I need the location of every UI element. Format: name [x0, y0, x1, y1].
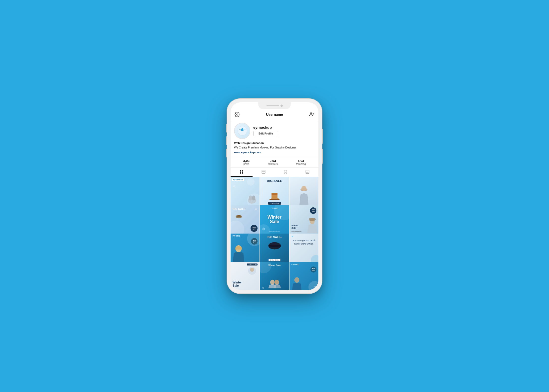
grid-cell-3[interactable]	[289, 177, 318, 206]
cell-7-promo: PROMO	[233, 235, 240, 237]
svg-rect-9	[242, 170, 243, 171]
cell-5-url: www.your-site.com	[269, 231, 280, 232]
cell-5-label: WinterSale	[268, 215, 281, 224]
cell-8-label: BIG SALE+	[268, 236, 281, 239]
ig-profile: WOMAN SPA NATURE eymockup Edit Profile	[231, 120, 318, 157]
phone-mockup: Username WOMAN SPA NATURE	[227, 99, 322, 293]
settings-icon[interactable]	[235, 112, 240, 117]
cell-10-date: 12 Dec - 15 Jan	[247, 263, 258, 265]
snowflake-deco: ❄	[233, 184, 236, 188]
svg-point-1	[310, 112, 312, 114]
cell-6-label: WinterSale	[291, 224, 298, 229]
bio-description: We Create Premium Mcokup For Graphic Des…	[234, 145, 315, 150]
grid-icon	[239, 170, 244, 174]
grid-cell-12[interactable]: PROMO 40%OFF ❄	[289, 262, 318, 290]
cell-12-promo: PROMO	[291, 263, 299, 265]
cell-1-tag: Winter Sale	[232, 178, 244, 181]
cell-6-url: www.yoursite.com	[291, 231, 301, 232]
grid-cell-11[interactable]: Winter Sale ❄	[260, 262, 289, 290]
profile-info: eymockup Edit Profile	[253, 125, 315, 136]
svg-point-14	[307, 171, 308, 172]
snowflake-deco-4: ❄	[255, 207, 258, 211]
bio-title: Web Design Education	[234, 141, 315, 145]
reels-icon	[261, 170, 266, 174]
woman-illustration	[296, 186, 312, 206]
svg-rect-10	[240, 172, 241, 174]
couple-illustration	[268, 279, 281, 289]
phone-speaker	[267, 105, 279, 106]
svg-point-16	[249, 195, 252, 200]
person-silhouette-12	[291, 277, 303, 290]
cell-11-label: Winter Sale	[269, 264, 281, 266]
bookmark-icon	[283, 170, 288, 174]
cell-9-quote: You can't get too much winter in the win…	[292, 239, 316, 245]
bio-link: www.eymockup.com	[234, 150, 315, 154]
svg-point-27	[250, 268, 254, 272]
gloves-illustration	[246, 192, 258, 205]
cell-12-badge: 40%OFF	[310, 266, 316, 272]
cell-5-promo: PROMO	[271, 207, 278, 209]
svg-rect-12	[262, 170, 265, 174]
avatar-logo-icon: WOMAN SPA NATURE	[237, 126, 247, 136]
boots-illustration	[269, 191, 280, 201]
snowflake-deco-5: ❄	[262, 227, 265, 231]
add-person-icon[interactable]	[309, 111, 314, 118]
tab-tagged[interactable]	[296, 168, 318, 177]
grid-cell-8[interactable]: BIG SALE+ 12 Dec - 15 Jan	[260, 234, 289, 262]
cell-2-date: 12 Dec - 15 Jan	[268, 202, 281, 205]
svg-point-0	[237, 114, 238, 115]
grid-cell-5[interactable]: PROMO WinterSale ❄ www.your-site.com	[260, 205, 289, 234]
grid-cell-7[interactable]: PROMO 40%OFF	[231, 234, 260, 262]
snowflake-deco-12: ❄	[313, 285, 316, 289]
grid-cell-1[interactable]: Winter Sale ❄	[231, 177, 260, 206]
avatar[interactable]: WOMAN SPA NATURE	[234, 123, 250, 139]
phone-camera	[280, 105, 283, 107]
profile-username: Username	[266, 113, 283, 117]
stat-following[interactable]: 6,03 following	[296, 159, 306, 165]
accessories-illustration	[233, 210, 245, 223]
svg-point-28	[270, 280, 274, 285]
grid-cell-2[interactable]: BIG SALE 12 Dec - 15 Jan	[260, 177, 289, 206]
phone-screen: Username WOMAN SPA NATURE	[231, 102, 318, 290]
profile-display-name: eymockup	[253, 125, 315, 130]
snowflake-deco-11: ❄	[262, 286, 265, 290]
grid-cell-9[interactable]: " You can't get too much winter in the w…	[289, 234, 318, 262]
svg-point-17	[252, 195, 255, 200]
grid-cell-6[interactable]: 40%OFF WinterSale www.yoursite.com	[289, 205, 318, 234]
ig-stats: 3,03 posts 9,03 followers 6,03 following	[231, 157, 318, 168]
winter-image-10	[246, 266, 258, 276]
cap-illustration	[268, 239, 281, 250]
svg-point-19	[301, 186, 306, 191]
ig-post-grid: Winter Sale ❄ BIG SALE 12 Dec	[231, 177, 318, 290]
cell-4-label: BIG SALE	[233, 207, 246, 210]
cell-10-label: WinterSale	[233, 281, 242, 287]
grid-cell-10[interactable]: 12 Dec - 15 Jan WinterSale	[231, 262, 260, 290]
phone-notch	[258, 102, 291, 109]
cell-8-date: 12 Dec - 15 Jan	[269, 259, 280, 261]
svg-point-30	[294, 277, 299, 283]
ig-header: Username	[231, 109, 318, 120]
svg-rect-8	[240, 170, 241, 171]
ig-tab-bar	[231, 168, 318, 177]
woman-2-illustration	[306, 218, 318, 234]
tab-saved[interactable]	[274, 168, 296, 177]
person-icon	[305, 170, 310, 174]
tab-reels[interactable]	[253, 168, 274, 177]
svg-point-7	[242, 129, 243, 130]
edit-profile-button[interactable]: Edit Profile	[253, 131, 278, 136]
cell-4-badge: 40%OFF	[251, 225, 258, 232]
grid-cell-4[interactable]: BIG SALE 40%OFF ❄	[231, 205, 260, 234]
tab-grid[interactable]	[231, 168, 253, 177]
stat-followers[interactable]: 9,03 followers	[268, 159, 277, 165]
cell-2-label: BIG SALE	[267, 179, 282, 183]
stat-posts[interactable]: 3,03 posts	[243, 159, 250, 165]
svg-rect-11	[242, 172, 243, 174]
instagram-ui: Username WOMAN SPA NATURE	[231, 109, 318, 290]
svg-point-29	[274, 280, 279, 285]
woman-3-illustration	[232, 245, 246, 262]
cell-6-badge: 40%OFF	[310, 207, 316, 214]
svg-point-25	[268, 245, 281, 247]
